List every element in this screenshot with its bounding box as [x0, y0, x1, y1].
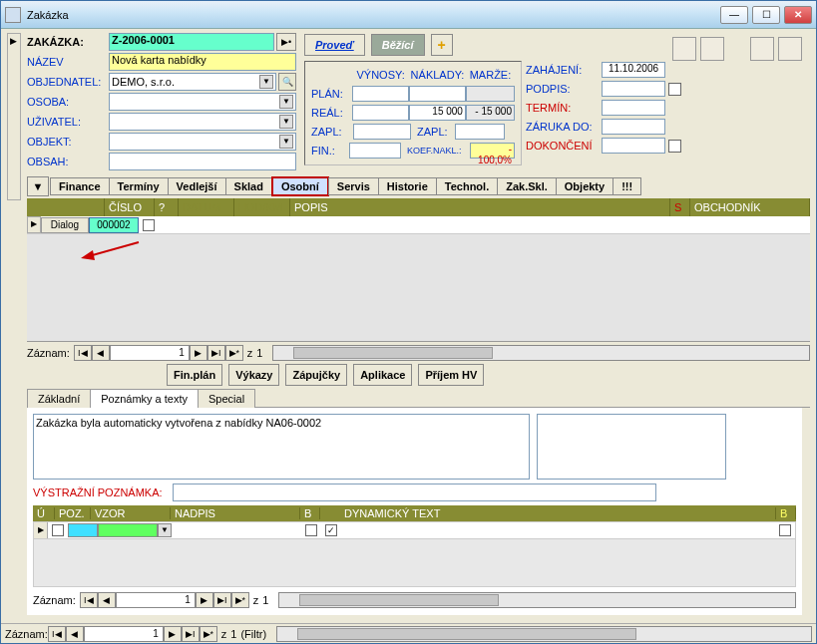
termin-label: TERMÍN:	[526, 102, 602, 114]
tab-historie[interactable]: Historie	[378, 177, 437, 195]
nav3-next[interactable]: ▶	[164, 626, 182, 642]
sub-check-b2[interactable]	[325, 524, 337, 536]
zaruka-value[interactable]	[602, 119, 665, 135]
maximize-button[interactable]: ☐	[752, 6, 780, 24]
chevron-down-icon[interactable]: ▼	[279, 95, 293, 109]
objednatel-select[interactable]: DEMO, s.r.o.▼	[109, 73, 276, 91]
sub-check-b1[interactable]	[305, 524, 317, 536]
podpis-value[interactable]	[602, 81, 665, 97]
nav2-current[interactable]: 1	[116, 592, 196, 608]
close-button[interactable]: ✕	[784, 6, 812, 24]
tab-finance[interactable]: Finance	[50, 177, 110, 195]
next-order-button[interactable]: ▶•	[276, 33, 296, 51]
nav-new[interactable]: ▶*	[225, 345, 243, 361]
add-button[interactable]: +	[431, 34, 453, 56]
tab-zakskl[interactable]: Zak.Skl.	[497, 177, 557, 195]
uzivatel-select[interactable]: ▼	[109, 113, 296, 131]
toolbar-icon-2[interactable]	[700, 37, 724, 61]
nav3-last[interactable]: ▶I	[182, 626, 200, 642]
zapl-val	[455, 124, 505, 140]
nav2-next[interactable]: ▶	[196, 592, 213, 608]
lowtab-special[interactable]: Special	[198, 389, 255, 408]
nav2-last[interactable]: ▶I	[213, 592, 231, 608]
chevron-down-icon[interactable]: ▼	[259, 75, 273, 89]
id-cell[interactable]: 000002	[89, 217, 139, 233]
window-title: Zakázka	[27, 9, 720, 21]
chevron-down-icon[interactable]: ▼	[279, 115, 293, 129]
toolbar-icon-1[interactable]	[672, 37, 696, 61]
dialog-cell[interactable]: Dialog	[41, 217, 89, 233]
h-scrollbar[interactable]	[272, 345, 810, 361]
nav-last[interactable]: ▶I	[207, 345, 225, 361]
zapl2-label: ZAPL:	[417, 126, 455, 138]
dokonceni-value[interactable]	[602, 138, 665, 154]
nav-current[interactable]: 1	[110, 345, 190, 361]
warn-input[interactable]	[173, 483, 656, 501]
nav3-prev[interactable]: ◀	[66, 626, 84, 642]
subrow-selector[interactable]: ▶	[34, 522, 48, 538]
row-selector[interactable]: ▶	[27, 216, 41, 233]
fin-label: FIN.:	[311, 145, 349, 157]
nav-first[interactable]: I◀	[74, 345, 92, 361]
app-icon	[5, 7, 21, 23]
nav-next[interactable]: ▶	[190, 345, 207, 361]
nav3-current[interactable]: 1	[84, 626, 164, 642]
zahajeni-label: ZAHÁJENÍ:	[526, 64, 602, 76]
order-window: Zakázka — ☐ ✕ ZAKÁZKA: Z-2006-0001 ▶•	[0, 0, 817, 644]
nav2-prev[interactable]: ◀	[98, 592, 116, 608]
proved-button[interactable]: Proveď	[304, 34, 365, 56]
tab-objekty[interactable]: Objekty	[556, 177, 613, 195]
memo-text[interactable]: Zakázka byla automaticky vytvořena z nab…	[33, 414, 530, 480]
record-selector[interactable]	[7, 33, 21, 200]
termin-value[interactable]	[602, 100, 665, 116]
podpis-check[interactable]	[668, 83, 681, 96]
obsah-input[interactable]	[109, 153, 296, 170]
plan-vynosy	[352, 86, 409, 102]
zahajeni-value[interactable]: 11.10.2006	[602, 62, 665, 78]
lowtab-zakladni[interactable]: Základní	[27, 389, 91, 408]
lowtab-poznamky[interactable]: Poznámky a texty	[90, 389, 199, 408]
tab-terminy[interactable]: Termíny	[109, 177, 169, 195]
dokonceni-check[interactable]	[668, 140, 681, 153]
zapl-label: ZAPL:	[311, 126, 353, 138]
zapujcky-button[interactable]: Zápujčky	[285, 364, 347, 386]
tab-alert[interactable]: !!!	[613, 177, 641, 195]
nav-prev[interactable]: ◀	[92, 345, 110, 361]
memo-side[interactable]	[537, 414, 726, 480]
vzor-swatch[interactable]	[98, 523, 158, 537]
zakazka-value[interactable]: Z-2006-0001	[109, 33, 274, 51]
sub-check-b3[interactable]	[779, 524, 791, 536]
nav3-first[interactable]: I◀	[48, 626, 66, 642]
prijemhv-button[interactable]: Příjem HV	[418, 364, 484, 386]
sub-check-u[interactable]	[52, 524, 64, 536]
objednatel-label: OBJEDNATEL:	[27, 76, 109, 88]
toolbar-icon-4[interactable]	[778, 37, 802, 61]
filter-icon[interactable]: ▼	[27, 176, 49, 196]
objekt-select[interactable]: ▼	[109, 133, 296, 151]
vykazy-button[interactable]: Výkazy	[228, 364, 279, 386]
vzor-dropdown[interactable]: ▼	[158, 523, 172, 537]
tab-osobni[interactable]: Osobní	[271, 176, 329, 196]
nav2-new[interactable]: ▶*	[231, 592, 249, 608]
h-scrollbar-2[interactable]	[278, 592, 796, 608]
minimize-button[interactable]: —	[720, 6, 748, 24]
bezici-button[interactable]: Běžící	[371, 34, 425, 56]
grid-row[interactable]: ▶ Dialog 000002	[27, 216, 810, 234]
poz-swatch[interactable]	[68, 523, 98, 537]
nav3-new[interactable]: ▶*	[200, 626, 217, 642]
toolbar-icon-3[interactable]	[750, 37, 774, 61]
nazev-input[interactable]: Nová karta nabídky	[109, 53, 296, 71]
tab-servis[interactable]: Servis	[328, 177, 379, 195]
finplan-button[interactable]: Fin.plán	[167, 364, 222, 386]
objednatel-lookup-button[interactable]: 🔍	[278, 73, 296, 91]
tab-technol[interactable]: Technol.	[436, 177, 498, 195]
chevron-down-icon[interactable]: ▼	[279, 135, 293, 149]
subgrid-row[interactable]: ▶ ▼	[33, 521, 796, 539]
tab-vedlejsi[interactable]: Vedlejší	[168, 177, 226, 195]
aplikace-button[interactable]: Aplikace	[353, 364, 412, 386]
row-check[interactable]	[143, 219, 155, 231]
h-scrollbar-3[interactable]	[276, 626, 812, 642]
tab-sklad[interactable]: Sklad	[225, 177, 272, 195]
nav2-first[interactable]: I◀	[80, 592, 98, 608]
osoba-select[interactable]: ▼	[109, 93, 296, 111]
